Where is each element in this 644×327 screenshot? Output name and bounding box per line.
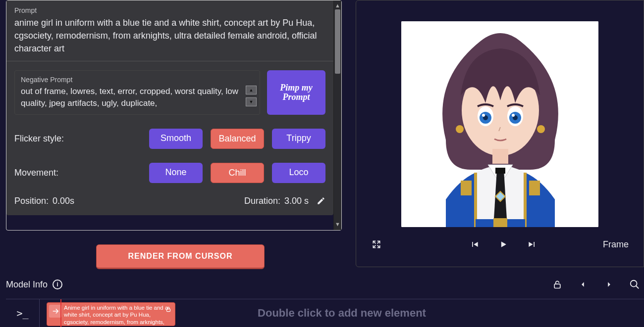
- prompt-text: anime girl in uniform with a blue tie an…: [14, 16, 325, 55]
- negative-prompt-text: out of frame, lowres, text, error, cropp…: [21, 86, 254, 109]
- terminal-icon[interactable]: >_: [6, 299, 40, 327]
- svg-rect-12: [492, 149, 508, 164]
- timeline-element[interactable]: Anime girl in uniform with a blue tie an…: [47, 302, 175, 326]
- config-scrollbar[interactable]: ▲ ▼: [333, 0, 341, 230]
- prompt-box[interactable]: Prompt anime girl in uniform with a blue…: [6, 0, 333, 61]
- pimp-my-prompt-button[interactable]: Pimp my Prompt: [267, 70, 325, 115]
- svg-point-9: [512, 114, 515, 117]
- svg-rect-13: [461, 181, 472, 195]
- flicker-smooth-button[interactable]: Smooth: [149, 129, 203, 149]
- unlock-icon[interactable]: [552, 279, 563, 290]
- negative-prompt-label: Negative Prompt: [21, 76, 254, 84]
- svg-rect-16: [493, 218, 507, 227]
- flicker-trippy-button[interactable]: Trippy: [272, 129, 325, 149]
- neg-spin-down[interactable]: ▼: [246, 97, 257, 106]
- frame-label: Frame: [603, 239, 629, 250]
- prev-icon[interactable]: [578, 279, 589, 290]
- svg-rect-19: [167, 309, 170, 311]
- edit-duration-icon[interactable]: [317, 196, 325, 205]
- playhead[interactable]: [60, 299, 61, 327]
- timeline-track[interactable]: Double click to add new element Anime gi…: [40, 299, 644, 327]
- preview-panel: Frame: [356, 0, 644, 267]
- flicker-balanced-button[interactable]: Balanced: [211, 129, 264, 149]
- duration-value: 3.00 s: [284, 196, 309, 206]
- duration-label: Duration:: [244, 196, 280, 206]
- timeline[interactable]: >_ Double click to add new element Anime…: [6, 299, 644, 327]
- flicker-style-label: Flicker style:: [14, 134, 133, 144]
- info-icon[interactable]: i: [53, 280, 62, 289]
- scroll-up-icon[interactable]: ▲: [335, 2, 340, 9]
- svg-rect-14: [529, 181, 540, 195]
- zoom-icon[interactable]: [629, 279, 640, 290]
- lock-icon[interactable]: [165, 306, 172, 313]
- movement-label: Movement:: [14, 168, 133, 178]
- scroll-thumb[interactable]: [335, 9, 340, 74]
- position-value: 0.00s: [53, 196, 74, 206]
- movement-none-button[interactable]: None: [149, 163, 203, 183]
- next-icon[interactable]: [603, 279, 614, 290]
- movement-loco-button[interactable]: Loco: [272, 163, 325, 183]
- svg-rect-17: [554, 284, 560, 288]
- render-from-cursor-button[interactable]: RENDER FROM CURSOR: [96, 244, 265, 269]
- svg-point-8: [482, 114, 485, 117]
- svg-point-10: [456, 125, 464, 133]
- svg-point-18: [631, 280, 637, 287]
- preview-image: [401, 21, 598, 227]
- position-label: Position:: [14, 196, 49, 206]
- movement-chill-button[interactable]: Chill: [211, 163, 264, 183]
- negative-prompt-box[interactable]: Negative Prompt out of frame, lowres, te…: [14, 70, 260, 115]
- config-panel: Prompt anime girl in uniform with a blue…: [6, 0, 342, 231]
- scroll-down-icon[interactable]: ▼: [335, 221, 340, 228]
- fullscreen-icon[interactable]: [371, 239, 382, 250]
- model-info-label: Model Info: [6, 280, 48, 290]
- svg-point-11: [537, 125, 545, 133]
- timeline-element-text: Anime girl in uniform with a blue tie an…: [64, 304, 172, 326]
- prompt-label: Prompt: [14, 6, 325, 14]
- neg-spin-up[interactable]: ▲: [246, 86, 257, 94]
- preview-canvas: [401, 21, 598, 227]
- skip-end-icon[interactable]: [527, 239, 537, 250]
- play-icon[interactable]: [498, 239, 509, 250]
- skip-start-icon[interactable]: [469, 239, 480, 250]
